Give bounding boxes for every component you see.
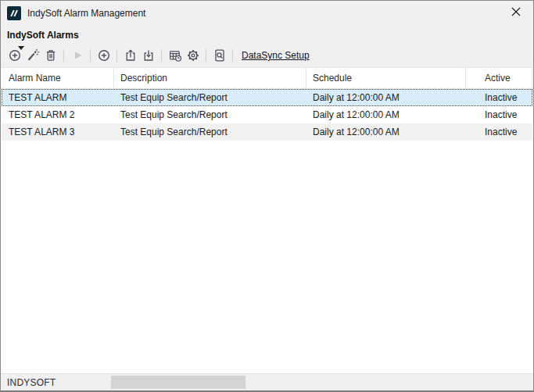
column-header-schedule[interactable]: Schedule	[306, 68, 466, 88]
play-icon	[70, 48, 84, 62]
toolbar-separator	[232, 49, 233, 62]
column-header-active[interactable]: Active	[466, 68, 532, 88]
run-button[interactable]	[68, 45, 86, 66]
table-header-row: Alarm Name Description Schedule Active	[2, 68, 532, 89]
toolbar-separator	[206, 49, 206, 62]
cell-schedule: Daily at 12:00:00 AM	[306, 123, 466, 141]
status-label: INDYSOFT	[7, 377, 56, 388]
gear-icon	[186, 48, 200, 62]
add-button[interactable]	[95, 45, 113, 66]
cell-description: Test Equip Search/Report	[114, 123, 306, 141]
document-magnifier-icon	[213, 48, 227, 62]
table-row[interactable]: TEST ALARM 2 Test Equip Search/Report Da…	[2, 106, 532, 123]
cell-alarm-name: TEST ALARM	[2, 89, 114, 106]
magic-wand-icon	[26, 48, 40, 62]
cell-schedule: Daily at 12:00:00 AM	[306, 106, 466, 123]
box-arrow-up-icon	[124, 48, 138, 62]
cell-description: Test Equip Search/Report	[114, 89, 306, 106]
settings-button[interactable]	[184, 45, 202, 66]
table-row[interactable]: TEST ALARM Test Equip Search/Report Dail…	[2, 89, 532, 106]
toolbar-separator	[161, 49, 162, 62]
close-button[interactable]	[498, 1, 533, 25]
section-title: IndySoft Alarms	[7, 30, 79, 41]
progress-bar	[111, 376, 245, 389]
delete-button[interactable]	[41, 45, 59, 66]
add-alarm-dropdown-button[interactable]	[5, 45, 23, 66]
alarms-table: Alarm Name Description Schedule Active T…	[2, 67, 532, 373]
indysoft-logo-icon	[7, 6, 21, 20]
import-button[interactable]	[139, 45, 157, 66]
preview-button[interactable]	[210, 45, 228, 66]
cell-alarm-name: TEST ALARM 2	[2, 106, 114, 123]
schedule-button[interactable]	[166, 45, 184, 66]
toolbar-separator	[116, 49, 117, 62]
toolbar-separator	[63, 49, 64, 62]
window-title: IndySoft Alarm Management	[27, 8, 145, 19]
plus-circle-icon	[97, 48, 111, 62]
cell-active: Inactive	[466, 106, 532, 123]
trash-icon	[44, 48, 58, 62]
title-bar: IndySoft Alarm Management	[1, 1, 533, 26]
toolbar-separator	[90, 49, 91, 62]
box-arrow-down-icon	[142, 48, 156, 62]
cell-description: Test Equip Search/Report	[114, 106, 306, 123]
wizard-button[interactable]	[23, 45, 41, 66]
table-row[interactable]: TEST ALARM 3 Test Equip Search/Report Da…	[2, 123, 532, 141]
table-clock-icon	[168, 48, 182, 62]
cell-schedule: Daily at 12:00:00 AM	[306, 89, 466, 106]
app-window: IndySoft Alarm Management IndySoft Alarm…	[0, 0, 534, 392]
datasync-setup-link[interactable]: DataSync Setup	[242, 50, 310, 61]
column-header-description[interactable]: Description	[114, 68, 306, 88]
export-button[interactable]	[121, 45, 139, 66]
column-header-alarm-name[interactable]: Alarm Name	[2, 68, 114, 88]
plus-circle-dropdown-icon	[8, 48, 22, 62]
cell-alarm-name: TEST ALARM 3	[2, 123, 114, 141]
cell-active: Inactive	[466, 123, 532, 141]
status-bar: INDYSOFT	[1, 373, 533, 390]
close-icon	[511, 7, 521, 19]
toolbar: DataSync Setup	[5, 45, 310, 66]
cell-active: Inactive	[466, 89, 532, 106]
